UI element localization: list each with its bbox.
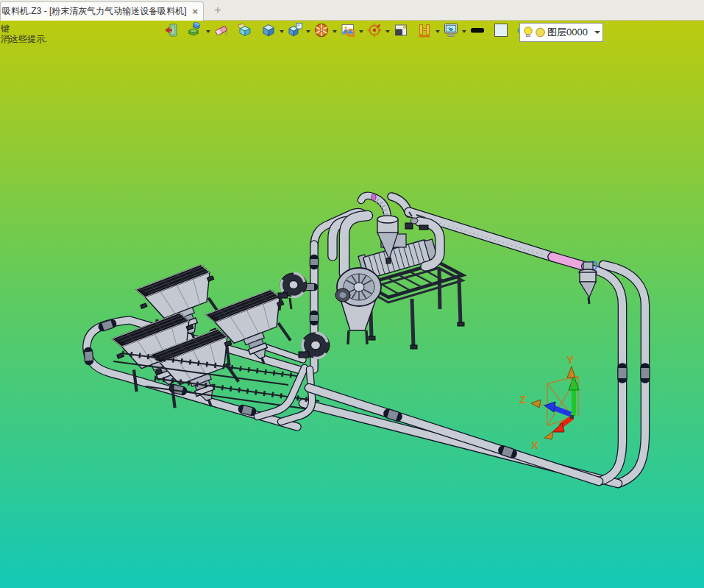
- pipe-outline: [388, 368, 645, 453]
- x-axis-label: X: [531, 439, 538, 451]
- z-axis-label: Z: [519, 393, 526, 405]
- csys-triad: Y Z X: [519, 353, 579, 451]
- blower-wheel[interactable]: [335, 268, 381, 306]
- rotary-valve-lower[interactable]: [299, 333, 330, 358]
- y-axis-label: Y: [566, 353, 574, 366]
- model-canvas[interactable]: Y Z X: [0, 0, 704, 588]
- blower-machine-unit[interactable]: [333, 194, 464, 350]
- rotary-valve-upper[interactable]: [278, 273, 314, 311]
